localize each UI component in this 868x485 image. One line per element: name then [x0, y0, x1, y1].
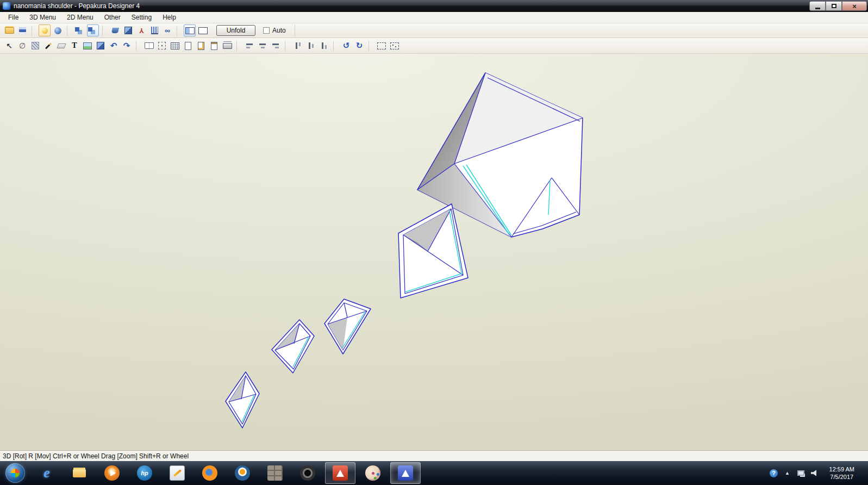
axis-icon[interactable]	[135, 24, 147, 36]
auto-checkbox-label: Auto	[272, 27, 286, 34]
system-tray: 12:59 AM 7/5/2017	[769, 461, 868, 485]
page-setup-icon[interactable]	[195, 40, 207, 52]
pack-parts-icon[interactable]	[389, 40, 401, 52]
single-view-icon[interactable]	[197, 24, 209, 36]
split-view-icon[interactable]	[184, 24, 196, 36]
rotate-mode-icon[interactable]	[74, 24, 86, 36]
rotate-left-icon[interactable]	[340, 40, 352, 52]
align-bottom-icon[interactable]	[318, 40, 330, 52]
3d-viewport[interactable]	[0, 54, 868, 450]
move-mode-icon[interactable]	[87, 24, 99, 36]
link-icon[interactable]	[161, 24, 173, 36]
status-bar: 3D [Rot] R [Mov] Ctrl+R or Wheel Drag [Z…	[0, 450, 868, 461]
align-middle-icon[interactable]	[305, 40, 317, 52]
paint-icon[interactable]	[358, 462, 388, 484]
divide-icon[interactable]	[16, 40, 28, 52]
network-icon[interactable]	[796, 468, 806, 478]
firefox-icon[interactable]	[195, 462, 225, 484]
undo-icon[interactable]	[108, 40, 120, 52]
save-icon[interactable]	[16, 24, 28, 36]
image-icon[interactable]	[82, 40, 93, 52]
lens-icon-glyph	[300, 465, 315, 481]
toolbar-separator	[177, 26, 181, 36]
menu-file[interactable]: File	[3, 13, 23, 22]
menu-other[interactable]: Other	[99, 13, 126, 22]
ie-icon-glyph	[39, 465, 54, 481]
toolbar-separator	[32, 26, 36, 36]
paint-bucket-icon[interactable]	[109, 24, 121, 36]
pepakura-designer-window: nanomania shoulder - Pepakura Designer 4…	[0, 0, 868, 485]
rotate-right-icon[interactable]	[353, 40, 365, 52]
align-left-icon[interactable]	[243, 40, 255, 52]
start-button[interactable]	[0, 461, 30, 485]
menu-3d-menu[interactable]: 3D Menu	[24, 13, 61, 22]
edit-toolbar-icons	[3, 40, 401, 52]
media-player-icon-glyph	[104, 465, 120, 481]
lens-icon[interactable]	[292, 462, 323, 484]
explorer-icon[interactable]	[64, 462, 95, 484]
bricks-icon[interactable]	[260, 462, 290, 484]
page-icon[interactable]	[182, 40, 194, 52]
blender-icon[interactable]	[227, 462, 258, 484]
pepakura-viewer-icon[interactable]	[325, 462, 355, 484]
restore-icon	[832, 4, 836, 8]
window-title: nanomania shoulder - Pepakura Designer 4	[14, 2, 140, 10]
model-part-5[interactable]	[226, 372, 259, 428]
text-icon[interactable]	[68, 40, 80, 52]
auto-checkbox[interactable]	[263, 27, 270, 34]
close-button[interactable]: ×	[842, 1, 867, 11]
media-player-icon[interactable]	[97, 462, 127, 484]
toolbar-separator	[369, 41, 373, 51]
print-icon[interactable]	[221, 40, 233, 52]
unfold-button[interactable]: Unfold	[216, 25, 255, 36]
main-toolbar: Unfold Auto	[0, 23, 868, 38]
hp-icon[interactable]	[129, 462, 160, 484]
box-icon[interactable]	[95, 40, 107, 52]
minimize-button[interactable]	[809, 1, 826, 11]
menu-2d-menu[interactable]: 2D Menu	[62, 13, 98, 22]
select-icon[interactable]	[3, 40, 15, 52]
taskbar-clock[interactable]: 12:59 AM 7/5/2017	[825, 465, 859, 481]
taskbar-items	[30, 461, 421, 485]
model-part-4[interactable]	[272, 320, 314, 373]
pepakura-designer-icon[interactable]	[390, 462, 421, 484]
model-canvas[interactable]	[0, 54, 868, 450]
taskbar: 12:59 AM 7/5/2017	[0, 461, 868, 485]
transform-icon[interactable]	[156, 40, 168, 52]
toolbar-separator	[285, 41, 289, 51]
align-right-icon[interactable]	[270, 40, 282, 52]
light-toggle-icon[interactable]	[39, 24, 51, 36]
toolbar-separator	[333, 41, 338, 51]
open-icon[interactable]	[3, 24, 15, 36]
volume-icon[interactable]	[810, 468, 820, 478]
meter-icon[interactable]	[148, 24, 160, 36]
redo-icon[interactable]	[121, 40, 133, 52]
cube-icon[interactable]	[122, 24, 134, 36]
eraser-icon[interactable]	[55, 40, 67, 52]
mesh-icon[interactable]	[29, 40, 41, 52]
align-center-icon[interactable]	[257, 40, 268, 52]
marquee-icon[interactable]	[376, 40, 388, 52]
menu-help[interactable]: Help	[158, 13, 181, 22]
title-bar: nanomania shoulder - Pepakura Designer 4…	[0, 0, 868, 12]
clipboard-icon[interactable]	[208, 40, 220, 52]
orbit-view-icon[interactable]	[52, 24, 64, 36]
edit-toolbar	[0, 38, 868, 54]
tray-icons	[769, 468, 823, 478]
pen-icon[interactable]	[42, 40, 54, 52]
help-icon[interactable]	[769, 468, 779, 478]
clock-time: 12:59 AM	[829, 465, 854, 473]
paint-icon-glyph	[365, 465, 380, 481]
model-part-3[interactable]	[324, 299, 371, 354]
menu-setting[interactable]: Setting	[127, 13, 157, 22]
close-icon: ×	[852, 3, 857, 10]
ie-icon[interactable]	[32, 462, 62, 484]
capture-icon[interactable]	[162, 462, 192, 484]
tray-up-arrow-icon[interactable]	[783, 468, 792, 478]
align-top-icon[interactable]	[292, 40, 304, 52]
capture-icon-glyph	[170, 465, 185, 481]
table-icon[interactable]	[169, 40, 181, 52]
model-part-2[interactable]	[398, 204, 468, 298]
book-icon[interactable]	[143, 40, 155, 52]
restore-button[interactable]	[826, 1, 842, 11]
